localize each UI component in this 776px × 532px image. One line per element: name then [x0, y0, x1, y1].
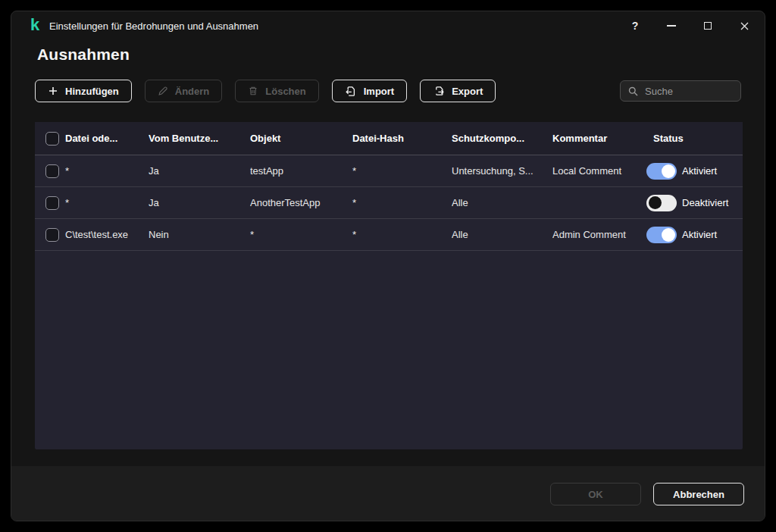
cell-object: AnotherTestApp — [250, 197, 352, 208]
row-checkbox[interactable] — [45, 228, 59, 242]
cell-comment: Local Comment — [552, 165, 653, 177]
cell-file: * — [65, 197, 149, 208]
status-label: Aktiviert — [682, 229, 717, 240]
import-button[interactable]: Import — [332, 80, 407, 102]
search-input[interactable] — [643, 85, 733, 98]
column-header-added-by-user[interactable]: Vom Benutze... — [149, 133, 250, 144]
edit-button[interactable]: Ändern — [145, 80, 223, 102]
cell-file-hash: * — [352, 229, 452, 240]
toggle-knob — [649, 196, 662, 209]
table-row[interactable]: * Ja testApp * Untersuchung, S... Local … — [35, 155, 743, 187]
cancel-button[interactable]: Abbrechen — [653, 483, 744, 505]
cell-comment: Admin Comment — [552, 229, 653, 240]
column-header-comment[interactable]: Kommentar — [552, 133, 653, 144]
column-header-file-hash[interactable]: Datei-Hash — [352, 133, 452, 144]
minimize-button[interactable] — [660, 14, 683, 37]
search-box[interactable] — [620, 80, 741, 102]
import-button-label: Import — [364, 86, 394, 97]
cell-file: C\test\test.exe — [65, 229, 149, 240]
table-row[interactable]: C\test\test.exe Nein * * Alle Admin Comm… — [35, 219, 743, 251]
ok-button[interactable]: OK — [550, 483, 641, 505]
column-header-object[interactable]: Objekt — [250, 133, 352, 144]
select-all-checkbox[interactable] — [45, 132, 59, 146]
cell-object: testApp — [250, 165, 352, 177]
add-button[interactable]: Hinzufügen — [35, 80, 132, 102]
export-icon — [433, 86, 445, 97]
maximize-button[interactable] — [696, 14, 719, 37]
cell-file-hash: * — [352, 165, 452, 177]
export-button[interactable]: Export — [420, 80, 496, 102]
export-button-label: Export — [452, 86, 483, 97]
plus-icon — [48, 86, 58, 96]
trash-icon — [248, 86, 258, 96]
page-title: Ausnahmen — [37, 45, 130, 64]
toolbar: Hinzufügen Ändern Löschen Import Export — [35, 80, 496, 102]
cell-protection-components: Untersuchung, S... — [452, 165, 552, 177]
column-header-status[interactable]: Status — [653, 133, 743, 144]
delete-button-label: Löschen — [265, 86, 305, 97]
help-button[interactable]: ? — [624, 14, 646, 37]
toggle-knob — [662, 164, 675, 178]
search-icon — [628, 86, 638, 96]
window-title: Einstellungen für Bedrohungen und Ausnah… — [49, 20, 258, 32]
toggle-knob — [662, 228, 675, 242]
row-checkbox[interactable] — [45, 164, 59, 178]
cell-added-by-user: Nein — [149, 229, 250, 240]
app-window: k Einstellungen für Bedrohungen und Ausn… — [11, 11, 765, 521]
exceptions-table: Datei ode... Vom Benutze... Objekt Datei… — [35, 122, 743, 449]
cell-protection-components: Alle — [452, 197, 552, 208]
add-button-label: Hinzufügen — [65, 86, 119, 97]
status-toggle[interactable] — [646, 227, 677, 243]
edit-button-label: Ändern — [175, 86, 210, 97]
cell-object: * — [250, 229, 352, 240]
status-toggle[interactable] — [646, 163, 677, 180]
cell-file: * — [65, 165, 149, 177]
title-bar: k Einstellungen für Bedrohungen und Ausn… — [11, 11, 765, 40]
column-header-protection-components[interactable]: Schutzkompo... — [452, 133, 552, 144]
dialog-footer: OK Abbrechen — [11, 466, 765, 521]
close-icon — [740, 22, 749, 30]
cell-file-hash: * — [352, 197, 452, 208]
import-icon — [345, 86, 357, 97]
table-row[interactable]: * Ja AnotherTestApp * Alle Deaktiviert — [35, 187, 743, 219]
status-toggle[interactable] — [646, 195, 677, 211]
delete-button[interactable]: Löschen — [235, 80, 318, 102]
column-header-file[interactable]: Datei ode... — [65, 133, 149, 144]
row-checkbox[interactable] — [45, 196, 59, 210]
cell-protection-components: Alle — [452, 229, 552, 240]
kaspersky-logo-icon: k — [26, 14, 44, 36]
close-button[interactable] — [733, 14, 756, 37]
cell-added-by-user: Ja — [149, 197, 250, 208]
pencil-icon — [158, 86, 168, 96]
table-header-row: Datei ode... Vom Benutze... Objekt Datei… — [35, 122, 743, 155]
status-label: Deaktiviert — [682, 197, 728, 208]
maximize-icon — [704, 22, 712, 30]
cell-added-by-user: Ja — [149, 165, 250, 177]
status-label: Aktiviert — [682, 165, 717, 177]
minimize-icon — [667, 25, 676, 27]
